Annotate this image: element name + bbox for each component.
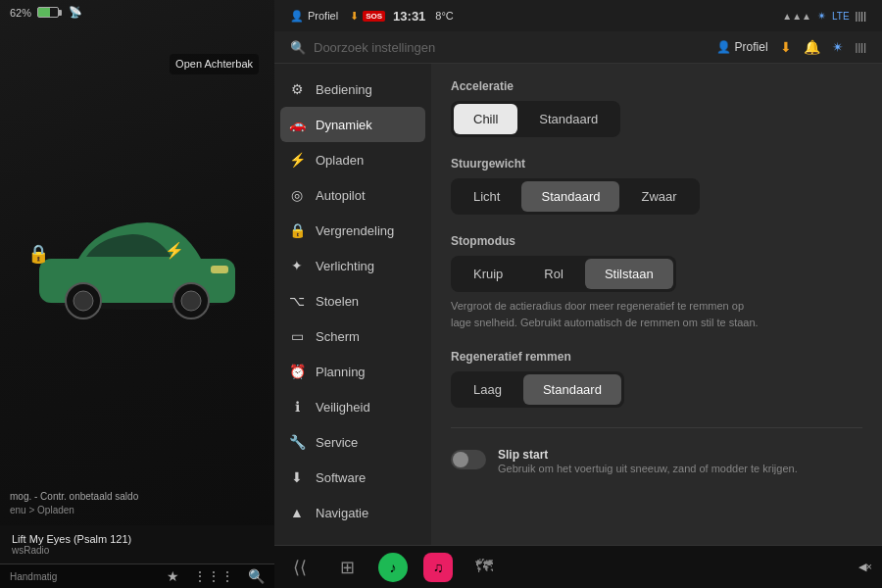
bluetooth-icon[interactable]: ✴ bbox=[832, 39, 844, 55]
acceleratie-standaard-btn[interactable]: Standaard bbox=[519, 104, 617, 134]
volume-icon[interactable]: ◀× bbox=[858, 561, 872, 573]
profile-area: 👤 Profiel ⬇ 🔔 ✴ |||| bbox=[716, 39, 866, 55]
charging-bolt: ⚡ bbox=[165, 241, 184, 260]
stopmodus-stilstaan-btn[interactable]: Stilstaan bbox=[585, 259, 673, 289]
nav-label-navigatie: Navigatie bbox=[316, 506, 368, 520]
verlichting-icon: ✦ bbox=[288, 258, 306, 273]
profile-button[interactable]: 👤 Profiel bbox=[716, 40, 768, 54]
equalizer-icon[interactable]: ⋮⋮⋮ bbox=[193, 568, 234, 584]
nav-item-dynamiek[interactable]: 🚗 Dynamiek bbox=[280, 107, 425, 142]
service-icon: 🔧 bbox=[288, 434, 306, 450]
software-icon: ⬇ bbox=[288, 469, 306, 485]
bell-icon[interactable]: 🔔 bbox=[804, 39, 820, 55]
stuurgewicht-section: Stuurgewicht Licht Standaard Zwaar bbox=[451, 157, 862, 215]
lock-icon: 🔒 bbox=[27, 243, 49, 265]
nav-label-verlichting: Verlichting bbox=[316, 259, 374, 273]
profile-user-icon: 👤 bbox=[716, 40, 731, 54]
nav-item-scherm[interactable]: ▭ Scherm bbox=[274, 318, 431, 354]
nav-label-stoelen: Stoelen bbox=[316, 294, 359, 309]
nav-label-dynamiek: Dynamiek bbox=[316, 118, 372, 132]
acceleratie-label: Acceleratie bbox=[451, 79, 862, 93]
profile-icon-top: 👤 bbox=[290, 10, 304, 23]
bottom-bar: Handmatig ★ ⋮⋮⋮ 🔍 bbox=[0, 564, 274, 588]
stuurgewicht-button-group: Licht Standaard Zwaar bbox=[451, 178, 700, 215]
nav-item-stoelen[interactable]: ⌥ Stoelen bbox=[274, 283, 431, 318]
music-station: wsRadio bbox=[12, 545, 263, 556]
nav-label-bediening: Bediening bbox=[316, 82, 372, 97]
nav-item-vergrendeling[interactable]: 🔒 Vergrendeling bbox=[274, 213, 431, 248]
download-icon[interactable]: ⬇ bbox=[780, 39, 792, 55]
nav-label-software: Software bbox=[316, 470, 366, 485]
regeneratief-button-group: Laag Standaard bbox=[451, 371, 624, 408]
nav-label-scherm: Scherm bbox=[316, 329, 360, 344]
handmatig-label: Handmatig bbox=[10, 571, 57, 582]
right-panel: 👤 Profiel ⬇ SOS 13:31 8°C ▲▲▲ ✴ LTE ||||… bbox=[274, 0, 882, 588]
search-icon-left[interactable]: 🔍 bbox=[248, 568, 265, 584]
nav-label-service: Service bbox=[316, 435, 358, 450]
stuurgewicht-licht-btn[interactable]: Licht bbox=[454, 181, 519, 212]
profile-label-top[interactable]: Profiel bbox=[308, 10, 338, 22]
svg-point-5 bbox=[181, 291, 201, 311]
slip-start-description: Gebruik om het voertuig uit sneeuw, zand… bbox=[498, 462, 798, 476]
acceleratie-chill-btn[interactable]: Chill bbox=[454, 104, 517, 134]
regeneratief-section: Regeneratief remmen Laag Standaard bbox=[451, 350, 862, 408]
left-status-bar: 62% 📡 bbox=[0, 0, 274, 24]
stopmodus-section: Stopmodus Kruip Rol Stilstaan Vergroot d… bbox=[451, 234, 862, 330]
slip-start-toggle[interactable] bbox=[451, 450, 486, 469]
search-bar: 🔍 Doorzoek instellingen 👤 Profiel ⬇ 🔔 ✴ … bbox=[274, 31, 882, 64]
network-bars: |||| bbox=[856, 10, 866, 22]
nav-item-service[interactable]: 🔧 Service bbox=[274, 424, 431, 460]
taskbar-icon-2[interactable]: ⊞ bbox=[331, 552, 363, 583]
nav-item-autopilot[interactable]: ◎ Autopilot bbox=[274, 177, 431, 213]
nav-item-software[interactable]: ⬇ Software bbox=[274, 460, 431, 495]
taskbar-icon-1[interactable]: ⟨⟨ bbox=[284, 552, 316, 583]
nav-item-verlichting[interactable]: ✦ Verlichting bbox=[274, 248, 431, 283]
vergrendeling-icon: 🔒 bbox=[288, 222, 306, 238]
svg-point-3 bbox=[74, 291, 93, 311]
dynamiek-icon: 🚗 bbox=[288, 117, 306, 132]
search-input-area[interactable]: 🔍 Doorzoek instellingen bbox=[290, 40, 435, 55]
navigatie-icon: ▲ bbox=[288, 505, 306, 520]
sos-badge: SOS bbox=[363, 11, 385, 22]
planning-icon: ⏰ bbox=[288, 364, 306, 379]
music-title: Lift My Eyes (Psalm 121) bbox=[12, 533, 263, 545]
temperature-display: 8°C bbox=[435, 10, 453, 22]
nav-item-opladen[interactable]: ⚡ Opladen bbox=[274, 142, 431, 177]
battery-percent: 62% bbox=[10, 7, 31, 19]
regeneratief-label: Regeneratief remmen bbox=[451, 350, 862, 364]
stuurgewicht-standaard-btn[interactable]: Standaard bbox=[521, 181, 619, 212]
taskbar-spotify-icon[interactable]: ♪ bbox=[378, 553, 408, 582]
taskbar-map-icon[interactable]: 🗺 bbox=[468, 552, 500, 583]
nav-item-veiligheid[interactable]: ℹ Veiligheid bbox=[274, 389, 431, 424]
nav-item-navigatie[interactable]: ▲ Navigatie bbox=[274, 495, 431, 530]
stuurgewicht-zwaar-btn[interactable]: Zwaar bbox=[621, 181, 696, 212]
bottom-notification: mog. - Contr. onbetaald saldo enu > Opla… bbox=[0, 482, 274, 525]
slip-start-title: Slip start bbox=[498, 448, 798, 462]
nav-item-bediening[interactable]: ⚙ Bediening bbox=[274, 72, 431, 107]
regeneratief-standaard-btn[interactable]: Standaard bbox=[523, 374, 621, 405]
stopmodus-kruip-btn[interactable]: Kruip bbox=[454, 259, 522, 289]
status-left: 👤 Profiel ⬇ SOS 13:31 8°C bbox=[290, 9, 454, 24]
taskbar-music-icon[interactable]: ♫ bbox=[423, 553, 453, 582]
acceleratie-button-group: Chill Standaard bbox=[451, 101, 620, 137]
signal-icon: ▲▲▲ bbox=[782, 11, 811, 22]
stopmodus-rol-btn[interactable]: Rol bbox=[524, 259, 583, 289]
regeneratief-laag-btn[interactable]: Laag bbox=[454, 374, 521, 405]
car-display-area: ⚡ Open Achterbak 🔒 bbox=[0, 24, 274, 482]
nav-item-planning[interactable]: ⏰ Planning bbox=[274, 354, 431, 389]
open-trunk-label[interactable]: Open Achterbak bbox=[170, 54, 259, 74]
autopilot-icon: ◎ bbox=[288, 187, 306, 203]
bt-icon: ✴ bbox=[817, 10, 826, 23]
car-illustration: ⚡ bbox=[20, 185, 255, 322]
nav-label-vergrendeling: Vergrendeling bbox=[316, 223, 394, 238]
nav-label-veiligheid: Veiligheid bbox=[316, 400, 370, 415]
svg-rect-6 bbox=[211, 266, 228, 273]
profile-label: Profiel bbox=[735, 40, 768, 54]
bediening-icon: ⚙ bbox=[288, 81, 306, 97]
stopmodus-label: Stopmodus bbox=[451, 234, 862, 248]
volume-area: ◀× bbox=[858, 561, 872, 573]
star-icon[interactable]: ★ bbox=[167, 568, 179, 584]
battery-icon bbox=[37, 7, 59, 18]
time-display: 13:31 bbox=[393, 9, 425, 24]
veiligheid-icon: ℹ bbox=[288, 399, 306, 415]
